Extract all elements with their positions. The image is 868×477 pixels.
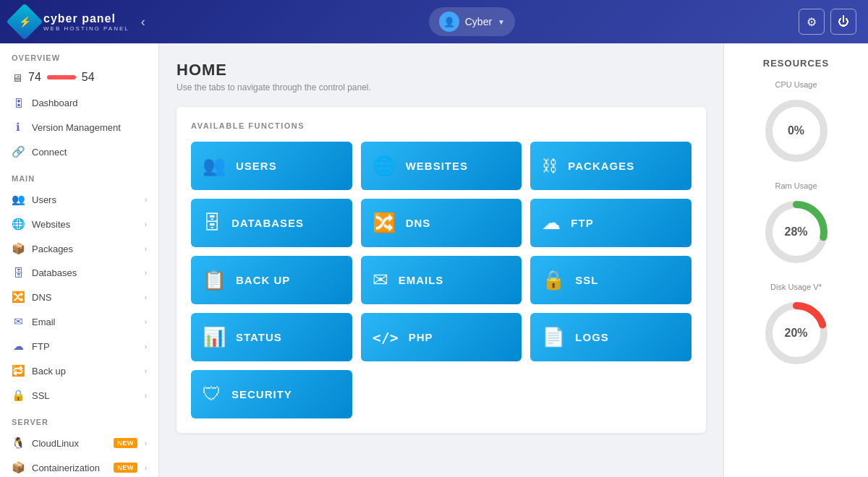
sidebar-item-ftp[interactable]: ☁ FTP › xyxy=(0,334,158,358)
main-section-title: MAIN xyxy=(0,164,158,187)
databases-function-button[interactable]: 🗄 DATABASES xyxy=(191,199,352,247)
monitor-icon: 🖥 xyxy=(12,72,22,84)
sidebar-toggle-button[interactable]: ‹ xyxy=(141,14,145,30)
dns-func-label: DNS xyxy=(406,217,431,229)
ftp-function-button[interactable]: ☁ FTP xyxy=(530,199,692,247)
chevron-right-icon: › xyxy=(145,245,147,253)
packages-icon: 📦 xyxy=(12,242,25,255)
php-function-button[interactable]: </> PHP xyxy=(361,313,522,361)
ssl-function-button[interactable]: 🔒 SSL xyxy=(530,256,692,304)
sidebar-item-label: Containerization xyxy=(32,463,106,473)
sidebar-item-dns[interactable]: 🔀 DNS › xyxy=(0,285,158,309)
stat-num1: 74 xyxy=(28,71,41,84)
users-icon: 👥 xyxy=(12,193,25,206)
chevron-right-icon: › xyxy=(145,392,147,400)
stat-num2: 54 xyxy=(82,71,95,84)
overview-section-title: OVERVIEW xyxy=(0,43,158,66)
backup-function-button[interactable]: 📋 BACK UP xyxy=(191,256,352,304)
sidebar-item-websites[interactable]: 🌐 Websites › xyxy=(0,212,158,236)
server-section-title: SERVER xyxy=(0,408,158,431)
sidebar-item-email[interactable]: ✉ Email › xyxy=(0,309,158,334)
status-func-label: STATUS xyxy=(236,331,282,343)
sidebar-item-label: FTP xyxy=(32,341,137,352)
disk-usage-item: Disk Usage V* 20% xyxy=(736,283,856,369)
main-layout: OVERVIEW 🖥 74 54 🎛 Dashboard ℹ Version M… xyxy=(0,43,868,477)
user-menu[interactable]: 👤 Cyber ▼ xyxy=(429,7,515,36)
websites-func-icon: 🌐 xyxy=(373,155,396,177)
ssl-func-icon: 🔒 xyxy=(542,269,565,291)
chevron-right-icon: › xyxy=(145,464,147,472)
chevron-down-icon: ▼ xyxy=(498,18,505,26)
chevron-right-icon: › xyxy=(145,318,147,326)
emails-function-button[interactable]: ✉ EMAILS xyxy=(361,256,522,304)
sidebar-item-dashboard[interactable]: 🎛 Dashboard xyxy=(0,91,158,115)
security-function-button[interactable]: 🛡 SECURITY xyxy=(191,370,352,418)
disk-label: Disk Usage V* xyxy=(736,283,856,291)
sidebar-item-users[interactable]: 👥 Users › xyxy=(0,187,158,212)
cpu-label: CPU Usage xyxy=(736,80,856,89)
chevron-right-icon: › xyxy=(145,196,147,204)
logs-func-icon: 📄 xyxy=(542,326,565,348)
dns-func-icon: 🔀 xyxy=(373,212,396,234)
email-icon: ✉ xyxy=(12,315,25,328)
settings-button[interactable]: ⚙ xyxy=(799,9,825,35)
backup-func-icon: 📋 xyxy=(203,269,226,291)
sidebar-item-containerization[interactable]: 📦 Containerization NEW › xyxy=(0,455,158,477)
dns-function-button[interactable]: 🔀 DNS xyxy=(361,199,522,247)
cloudlinux-icon: 🐧 xyxy=(12,437,25,450)
ram-value: 28% xyxy=(784,225,807,239)
databases-icon: 🗄 xyxy=(12,267,25,279)
sidebar-item-ssl[interactable]: 🔒 SSL › xyxy=(0,383,158,408)
emails-func-label: EMAILS xyxy=(399,274,444,286)
chevron-right-icon: › xyxy=(145,293,147,301)
gear-icon: ⚙ xyxy=(807,15,817,29)
sidebar-item-label: Email xyxy=(32,317,137,327)
resources-title: RESOURCES xyxy=(736,58,856,69)
chevron-right-icon: › xyxy=(145,269,147,277)
chevron-right-icon: › xyxy=(145,367,147,375)
logo-area: ⚡ cyber panel WEB HOSTING PANEL xyxy=(12,9,129,35)
chevron-right-icon: › xyxy=(145,220,147,228)
page-title: HOME xyxy=(176,61,706,80)
sidebar-item-databases[interactable]: 🗄 Databases › xyxy=(0,261,158,285)
available-functions-label: AVAILABLE FUNCTIONS xyxy=(191,121,692,130)
backup-func-label: BACK UP xyxy=(236,274,290,286)
users-func-label: USERS xyxy=(236,160,277,172)
ssl-icon: 🔒 xyxy=(12,389,25,402)
status-function-button[interactable]: 📊 STATUS xyxy=(191,313,352,361)
stat-bar xyxy=(47,75,76,80)
ftp-icon: ☁ xyxy=(12,340,25,353)
sidebar-item-backup[interactable]: 🔁 Back up › xyxy=(0,358,158,383)
websites-func-label: WEBSITES xyxy=(406,160,468,172)
functions-grid: 👥 USERS 🌐 WEBSITES ⛓ PACKAGES 🗄 DATABASE… xyxy=(191,142,692,418)
php-func-label: PHP xyxy=(409,331,433,343)
brand-sub: WEB HOSTING PANEL xyxy=(43,25,129,32)
sidebar-item-connect[interactable]: 🔗 Connect xyxy=(0,139,158,164)
topbar-center: 👤 Cyber ▼ xyxy=(429,7,515,36)
sidebar-item-cloudlinux[interactable]: 🐧 CloudLinux NEW › xyxy=(0,431,158,455)
brand-name: cyber panel xyxy=(43,12,129,25)
sidebar-item-label: Connect xyxy=(32,147,147,158)
disk-value: 20% xyxy=(784,327,807,340)
sidebar-item-version-management[interactable]: ℹ Version Management xyxy=(0,115,158,139)
websites-function-button[interactable]: 🌐 WEBSITES xyxy=(361,142,522,190)
cpu-value: 0% xyxy=(788,124,804,137)
emails-func-icon: ✉ xyxy=(373,269,388,291)
logs-function-button[interactable]: 📄 LOGS xyxy=(530,313,692,361)
ram-usage-item: Ram Usage 28% xyxy=(736,181,856,268)
power-icon: ⏻ xyxy=(838,15,849,28)
power-button[interactable]: ⏻ xyxy=(830,9,856,35)
sidebar-item-label: DNS xyxy=(32,292,137,303)
security-func-icon: 🛡 xyxy=(203,383,221,405)
sidebar-item-label: Packages xyxy=(32,244,137,254)
chevron-right-icon: › xyxy=(145,343,147,351)
topbar-right: ⚙ ⏻ xyxy=(799,9,856,35)
sidebar-item-label: Websites xyxy=(32,219,137,230)
users-function-button[interactable]: 👥 USERS xyxy=(191,142,352,190)
sidebar-item-packages[interactable]: 📦 Packages › xyxy=(0,236,158,261)
packages-function-button[interactable]: ⛓ PACKAGES xyxy=(530,142,692,190)
users-func-icon: 👥 xyxy=(203,155,226,177)
topbar-left: ⚡ cyber panel WEB HOSTING PANEL ‹ xyxy=(12,9,145,35)
sidebar-item-label: CloudLinux xyxy=(32,438,106,449)
dashboard-icon: 🎛 xyxy=(12,97,25,109)
